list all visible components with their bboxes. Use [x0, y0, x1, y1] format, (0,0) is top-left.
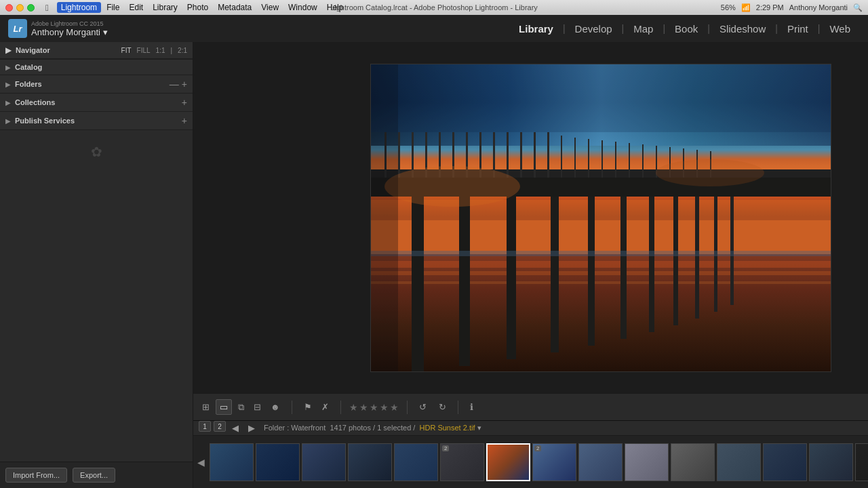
minimize-button[interactable]	[16, 4, 24, 12]
survey-view-button[interactable]: ⊟	[250, 400, 264, 414]
compare-view-button[interactable]: ⧉	[235, 400, 248, 415]
film-thumb-4[interactable]	[348, 443, 392, 481]
collections-section: ▶ Collections +	[0, 94, 193, 112]
svg-rect-37	[507, 197, 516, 359]
filmstrip-next[interactable]: ▶	[245, 421, 258, 435]
zoom-fill[interactable]: FILL	[137, 47, 151, 54]
zoom-separator: |	[170, 47, 172, 54]
film-thumb-12[interactable]	[717, 443, 761, 481]
star-1[interactable]: ★	[349, 402, 358, 413]
filmstrip-prev[interactable]: ◀	[229, 421, 242, 435]
film-thumb-selected[interactable]	[486, 443, 530, 481]
folders-plus[interactable]: +	[182, 79, 187, 89]
tab-library[interactable]: Library	[509, 20, 563, 37]
folders-minus[interactable]: —	[170, 79, 179, 89]
import-button[interactable]: Import From...	[5, 468, 67, 483]
lr-icon: Lr	[8, 19, 27, 38]
menu-lightroom[interactable]: Lightroom	[57, 2, 101, 13]
info-button[interactable]: ℹ	[467, 400, 477, 414]
film-thumb-2[interactable]	[256, 443, 300, 481]
menu-file[interactable]: File	[102, 2, 123, 13]
tab-print[interactable]: Print	[778, 20, 818, 37]
zoom-1to1[interactable]: 1:1	[156, 47, 165, 54]
wifi-icon: 📶	[741, 3, 751, 12]
menu-window[interactable]: Window	[284, 2, 321, 13]
menu-photo[interactable]: Photo	[183, 2, 212, 13]
svg-rect-56	[371, 64, 831, 132]
toolbar-sep-3	[407, 401, 408, 414]
main-photo[interactable]: NO SWIMMING NO LIFEGUARD ON DUTY	[370, 64, 831, 372]
user-name[interactable]: Anthony Morganti ▾	[31, 27, 108, 37]
menu-metadata[interactable]: Metadata	[214, 2, 256, 13]
publish-services-plus[interactable]: +	[182, 115, 187, 126]
film-thumb-11[interactable]	[671, 443, 715, 481]
lr-logo: Lr Adobe Lightroom CC 2015 Anthony Morga…	[8, 19, 108, 38]
close-button[interactable]	[5, 4, 13, 12]
film-thumb-14[interactable]	[809, 443, 853, 481]
collections-header[interactable]: ▶ Collections +	[0, 94, 193, 111]
zoom-fit[interactable]: FIT	[121, 47, 132, 54]
film-thumb-5[interactable]	[394, 443, 438, 481]
badge-2b: 2	[534, 445, 541, 451]
folders-title: Folders	[15, 80, 170, 88]
flag-reject[interactable]: ✗	[318, 400, 332, 414]
apple-menu-icon[interactable]: 	[45, 3, 49, 13]
star-rating: ★ ★ ★ ★ ★	[349, 402, 399, 413]
tab-book[interactable]: Book	[665, 20, 707, 37]
menu-view[interactable]: View	[257, 2, 283, 13]
collections-actions: +	[182, 97, 187, 108]
film-thumb-6[interactable]: 2	[440, 443, 484, 481]
menu-edit[interactable]: Edit	[125, 2, 147, 13]
star-2[interactable]: ★	[359, 402, 368, 413]
film-thumb-10[interactable]	[625, 443, 669, 481]
tab-web[interactable]: Web	[820, 20, 860, 37]
film-thumb-15[interactable]	[855, 443, 868, 481]
filmstrip-nav-1[interactable]: 1	[199, 421, 211, 432]
left-panel-spacer: ✿	[0, 130, 193, 462]
window-title: Lightroom Catalog.lrcat - Adobe Photosho…	[330, 3, 538, 12]
traffic-lights	[5, 4, 35, 12]
catalog-header[interactable]: ▶ Catalog	[0, 60, 193, 75]
svg-rect-5	[371, 261, 831, 268]
film-thumb-13[interactable]	[763, 443, 807, 481]
navigator-collapse-arrow[interactable]: ▶	[5, 45, 12, 55]
film-thumb-9[interactable]	[578, 443, 623, 481]
film-thumb-8[interactable]: 2	[532, 443, 576, 481]
folders-header[interactable]: ▶ Folders — +	[0, 75, 193, 93]
fullscreen-button[interactable]	[27, 4, 35, 12]
export-button[interactable]: Export...	[73, 468, 115, 483]
loupe-view-button[interactable]: ▭	[216, 399, 232, 415]
menu-library[interactable]: Library	[149, 2, 182, 13]
svg-rect-39	[588, 197, 595, 346]
svg-rect-36	[459, 197, 470, 366]
center-panel: NO SWIMMING NO LIFEGUARD ON DUTY ⊞ ▭ ⧉ ⊟…	[193, 42, 868, 488]
filmstrip-nav-2[interactable]: 2	[214, 421, 226, 432]
people-view-button[interactable]: ☻	[267, 400, 283, 414]
svg-rect-6	[371, 271, 831, 275]
panel-bottom-buttons: Import From... Export...	[0, 462, 193, 488]
filmstrip-scroll-left[interactable]: ◀	[195, 457, 208, 468]
collections-plus[interactable]: +	[182, 97, 187, 108]
svg-rect-23	[561, 136, 562, 178]
search-icon[interactable]: 🔍	[853, 3, 863, 12]
star-4[interactable]: ★	[380, 402, 389, 413]
film-thumb-1[interactable]	[210, 443, 254, 481]
rotate-right-button[interactable]: ↻	[435, 400, 450, 414]
grid-view-button[interactable]: ⊞	[199, 400, 213, 414]
clock: 2:29 PM	[756, 3, 784, 12]
left-panel: ▶ Navigator FIT FILL 1:1 | 2:1 ▶ Catalog	[0, 42, 193, 488]
tab-develop[interactable]: Develop	[566, 20, 622, 37]
publish-services-actions: +	[182, 115, 187, 126]
rotate-left-button[interactable]: ↺	[416, 400, 430, 414]
tab-map[interactable]: Map	[624, 20, 663, 37]
filmstrip-folder: Folder : Waterfront 1417 photos / 1 sele…	[264, 424, 481, 432]
publish-services-header[interactable]: ▶ Publish Services +	[0, 112, 193, 129]
flag-pick[interactable]: ⚑	[300, 400, 315, 414]
zoom-2to1[interactable]: 2:1	[178, 47, 187, 54]
star-3[interactable]: ★	[370, 402, 378, 413]
film-thumb-3[interactable]	[302, 443, 346, 481]
tab-slideshow[interactable]: Slideshow	[710, 20, 775, 37]
navigator-header[interactable]: ▶ Navigator FIT FILL 1:1 | 2:1	[0, 42, 193, 59]
star-5[interactable]: ★	[390, 402, 399, 413]
selected-file: HDR Sunset 2.tif	[420, 424, 475, 432]
